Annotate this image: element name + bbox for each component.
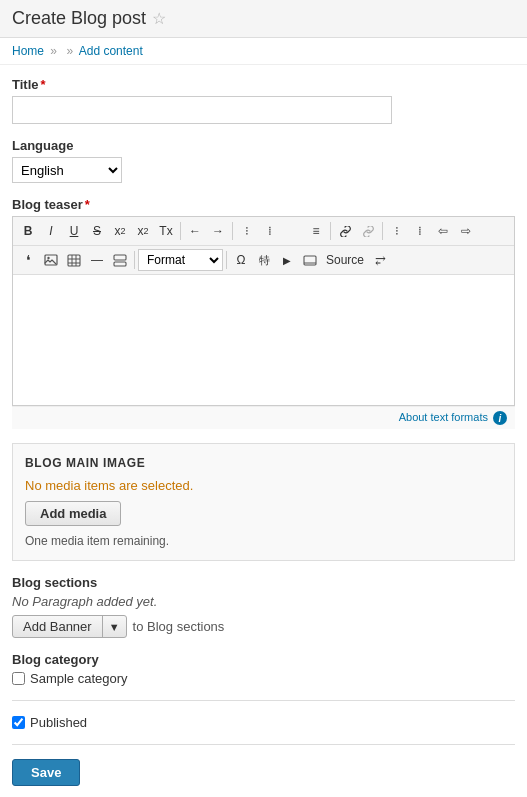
add-banner-arrow-icon[interactable]: ▼	[103, 618, 126, 636]
about-formats-link[interactable]: About text formats	[399, 411, 488, 423]
svg-rect-2	[68, 255, 80, 266]
outdent-button[interactable]: ⇦	[432, 220, 454, 242]
image-button[interactable]	[40, 249, 62, 271]
source-button[interactable]: Source	[322, 249, 368, 271]
breadcrumb: Home » » Add content	[0, 38, 527, 65]
teaser-label: Blog teaser*	[12, 197, 515, 212]
undo-button[interactable]: ←	[184, 220, 206, 242]
svg-rect-7	[114, 255, 126, 260]
clear-format-button[interactable]: Tx	[155, 220, 177, 242]
ul-button[interactable]: ⁝	[386, 220, 408, 242]
published-label[interactable]: Published	[12, 715, 515, 730]
about-formats: About text formats i	[12, 406, 515, 429]
breadcrumb-sep1: »	[50, 44, 57, 58]
toolbar-sep4	[382, 222, 383, 240]
add-banner-button[interactable]: Add Banner ▼	[12, 615, 127, 638]
redo-button[interactable]: →	[207, 220, 229, 242]
align-justify-button[interactable]: ≡	[305, 220, 327, 242]
align-left-button[interactable]: ⁝	[236, 220, 258, 242]
svg-rect-9	[304, 256, 316, 265]
showblocks-button[interactable]	[109, 249, 131, 271]
sections-label: Blog sections	[12, 575, 515, 590]
teaser-group: Blog teaser* B I U S x2 x2 Tx ← → ⁝ ⁞ ≡	[12, 197, 515, 429]
language-dropdown[interactable]: English French Spanish	[12, 157, 122, 183]
page-header: Create Blog post ☆	[0, 0, 527, 38]
language-label: Language	[12, 138, 515, 153]
breadcrumb-home[interactable]: Home	[12, 44, 44, 58]
published-text: Published	[30, 715, 87, 730]
toolbar-sep1	[180, 222, 181, 240]
ckeditor-wrap: B I U S x2 x2 Tx ← → ⁝ ⁞ ≡	[12, 216, 515, 406]
sections-group: Blog sections No Paragraph added yet. Ad…	[12, 575, 515, 638]
format-select[interactable]: Format Heading 1 Heading 2 Normal	[138, 249, 223, 271]
teaser-required: *	[85, 197, 90, 212]
subscript-button[interactable]: x2	[132, 220, 154, 242]
blockquote-button[interactable]: ❛	[17, 249, 39, 271]
ol-button[interactable]: ⁞	[409, 220, 431, 242]
toolbar-sep3	[330, 222, 331, 240]
category-label: Blog category	[12, 652, 515, 667]
breadcrumb-add-content[interactable]: Add content	[79, 44, 143, 58]
flash-button[interactable]: ▶	[276, 249, 298, 271]
maximize-button[interactable]: ⥂	[369, 249, 391, 271]
indent-button[interactable]: ⇨	[455, 220, 477, 242]
title-label: Title*	[12, 77, 515, 92]
toolbar-row2: ❛ ― Format Heading 1 Heading 2 Normal	[13, 246, 514, 275]
svg-point-1	[47, 257, 49, 259]
image-section: BLOG MAIN IMAGE No media items are selec…	[12, 443, 515, 561]
strikethrough-button[interactable]: S	[86, 220, 108, 242]
no-media-text: No media items are selected.	[25, 478, 502, 493]
title-group: Title*	[12, 77, 515, 124]
italic-button[interactable]: I	[40, 220, 62, 242]
special-chars-button[interactable]: 特	[253, 249, 275, 271]
align-right-button[interactable]	[282, 220, 304, 242]
media-remaining: One media item remaining.	[25, 534, 502, 548]
published-group: Published	[12, 715, 515, 745]
bold-button[interactable]: B	[17, 220, 39, 242]
omega-button[interactable]: Ω	[230, 249, 252, 271]
link-button[interactable]	[334, 220, 356, 242]
image-section-title: BLOG MAIN IMAGE	[25, 456, 502, 470]
language-select-wrap: English French Spanish	[12, 157, 515, 183]
main-content: Title* Language English French Spanish B…	[0, 65, 527, 797]
toolbar-sep6	[226, 251, 227, 269]
published-checkbox[interactable]	[12, 716, 25, 729]
title-required: *	[41, 77, 46, 92]
category-group: Blog category Sample category	[12, 652, 515, 701]
sample-category-checkbox[interactable]	[12, 672, 25, 685]
to-sections-text: to Blog sections	[133, 619, 225, 634]
save-button[interactable]: Save	[12, 759, 80, 786]
toolbar-sep2	[232, 222, 233, 240]
no-paragraph-text: No Paragraph added yet.	[12, 594, 515, 609]
svg-rect-8	[114, 262, 126, 266]
breadcrumb-sep2: »	[66, 44, 73, 58]
editor-area[interactable]	[13, 275, 514, 405]
language-group: Language English French Spanish	[12, 138, 515, 183]
unlink-button[interactable]	[357, 220, 379, 242]
superscript-button[interactable]: x2	[109, 220, 131, 242]
category-item-sample: Sample category	[12, 671, 515, 686]
hr-button[interactable]: ―	[86, 249, 108, 271]
sample-category-label[interactable]: Sample category	[30, 671, 128, 686]
favorite-icon[interactable]: ☆	[152, 9, 166, 28]
toolbar-sep5	[134, 251, 135, 269]
about-formats-info-icon[interactable]: i	[493, 411, 507, 425]
preview-button[interactable]	[299, 249, 321, 271]
toolbar-row1: B I U S x2 x2 Tx ← → ⁝ ⁞ ≡	[13, 217, 514, 246]
add-media-button[interactable]: Add media	[25, 501, 121, 526]
add-banner-wrap: Add Banner ▼ to Blog sections	[12, 615, 515, 638]
add-banner-label[interactable]: Add Banner	[13, 616, 103, 637]
page-title: Create Blog post	[12, 8, 146, 29]
align-center-button[interactable]: ⁞	[259, 220, 281, 242]
title-input[interactable]	[12, 96, 392, 124]
table-button[interactable]	[63, 249, 85, 271]
underline-button[interactable]: U	[63, 220, 85, 242]
